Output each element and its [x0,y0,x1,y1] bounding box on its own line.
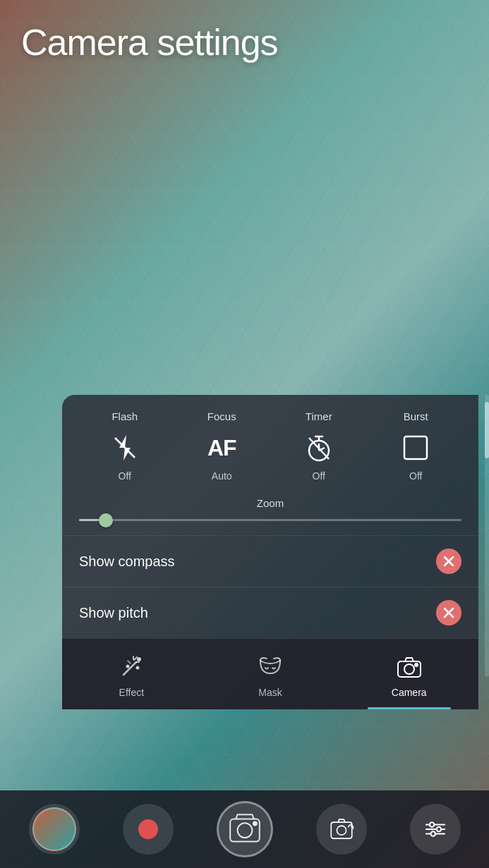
svg-line-16 [128,661,131,664]
record-button[interactable] [123,804,174,855]
svg-point-27 [337,826,346,835]
timer-value: Off [313,470,325,482]
show-pitch-row: Show pitch [62,587,478,638]
flash-label: Flash [111,410,138,422]
camera-tab-icon [394,652,425,683]
scrollbar-thumb [485,402,489,458]
show-compass-label: Show compass [79,554,175,570]
svg-point-22 [415,664,418,666]
burst-label: Burst [404,410,428,422]
show-pitch-label: Show pitch [79,605,148,621]
svg-point-25 [253,822,257,826]
burst-value: Off [409,470,422,482]
effect-icon [116,652,147,683]
tab-camera[interactable]: Camera [339,639,478,709]
zoom-label: Zoom [79,497,461,509]
thumbnail-preview [32,807,76,851]
svg-point-24 [237,823,252,838]
camera-controls-row: Flash Off Focus AF Auto Timer [62,395,478,487]
bottom-nav [0,790,489,868]
page-title: Camera settings [21,21,468,63]
show-pitch-toggle[interactable] [436,600,461,625]
svg-point-17 [138,658,140,661]
tab-mask-label: Mask [258,687,282,698]
svg-line-12 [123,662,136,675]
af-icon: AF [203,429,240,466]
focus-value: Auto [212,470,232,482]
svg-rect-7 [404,436,427,459]
flash-value: Off [119,470,131,482]
settings-tabs: Effect Mask [62,638,478,709]
zoom-section: Zoom [62,487,478,535]
burst-control[interactable]: Burst Off [391,410,440,482]
tab-effect[interactable]: Effect [62,639,201,709]
panel-scrollbar[interactable] [485,395,489,677]
svg-point-19 [137,667,139,669]
svg-point-33 [430,831,435,836]
tab-mask[interactable]: Mask [201,639,340,709]
selfie-button[interactable] [316,804,367,855]
show-compass-toggle[interactable] [436,549,461,574]
tab-effect-label: Effect [119,687,145,698]
svg-rect-26 [331,822,351,838]
flash-control[interactable]: Flash Off [100,410,150,482]
svg-point-18 [127,666,129,668]
timer-label: Timer [306,410,332,422]
settings-panel: Flash Off Focus AF Auto Timer [62,395,478,709]
focus-label: Focus [207,410,236,422]
mask-icon [255,652,286,683]
svg-point-21 [404,664,414,674]
record-icon [138,819,158,839]
settings-button[interactable] [410,804,461,855]
svg-point-32 [436,827,441,832]
capture-button[interactable] [217,801,273,857]
flash-off-icon [107,429,143,466]
burst-icon [397,429,434,466]
tab-camera-label: Camera [392,687,427,698]
zoom-slider-thumb[interactable] [99,513,113,527]
thumbnail-button[interactable] [29,804,80,855]
svg-point-31 [429,822,434,827]
zoom-slider-track[interactable] [79,519,461,521]
focus-control[interactable]: Focus AF Auto [197,410,246,482]
show-compass-row: Show compass [62,535,478,587]
timer-icon [301,429,337,466]
svg-line-15 [134,657,137,660]
timer-control[interactable]: Timer Off [294,410,344,482]
